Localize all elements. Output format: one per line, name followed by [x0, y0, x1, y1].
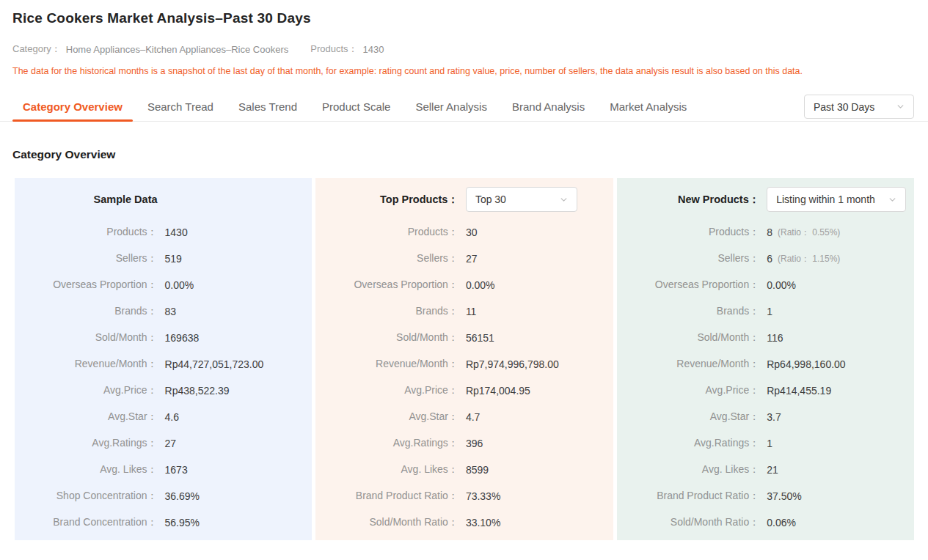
products-count-value: 1430: [363, 44, 384, 55]
breadcrumb: Category： Home Appliances–Kitchen Applia…: [12, 43, 914, 56]
stat-value: 73.33%: [466, 490, 500, 502]
stat-value: 0.00%: [165, 279, 194, 291]
stat-row: Revenue/Month：Rp44,727,051,723.00: [15, 351, 312, 377]
stat-label: Overseas Proportion：: [617, 279, 760, 292]
stat-row: Sold/Month：169638: [15, 325, 312, 351]
stat-row: Overseas Proportion：0.00%: [15, 272, 312, 298]
stat-row: Brands：83: [15, 298, 312, 325]
stat-row: Avg. Likes：1673: [15, 457, 312, 483]
chevron-down-icon: [560, 196, 568, 204]
stat-row: Products：1430: [15, 219, 312, 246]
stat-value: 169638: [165, 332, 200, 344]
stat-row: Avg. Likes：8599: [315, 457, 613, 483]
stat-rows: Products：30Sellers：27Overseas Proportion…: [315, 219, 613, 536]
stat-label: Products：: [617, 226, 760, 239]
tab-product-scale[interactable]: Product Scale: [312, 92, 401, 121]
page-title: Rice Cookers Market Analysis–Past 30 Day…: [12, 10, 914, 26]
new-products-dropdown-value: Listing within 1 month: [776, 194, 875, 205]
stat-value: 8599: [466, 464, 489, 476]
stat-value: 1: [767, 438, 772, 449]
data-snapshot-note: The data for the historical months is a …: [12, 66, 914, 76]
stat-value: Rp438,522.39: [165, 385, 230, 397]
stat-value: 83: [165, 306, 177, 317]
stat-value: Rp44,727,051,723.00: [165, 358, 264, 370]
stat-value: 21: [767, 464, 778, 476]
panel-header-label: New Products：: [617, 193, 760, 207]
stat-row: Sellers：6(Ratio： 1.15%): [617, 246, 914, 272]
stat-label: Brands：: [15, 305, 158, 318]
panel-header-label: Sample Data: [15, 194, 158, 205]
tab-market-analysis[interactable]: Market Analysis: [599, 92, 697, 121]
stat-row: Sold/Month Ratio：0.06%: [617, 509, 914, 536]
page-header: Rice Cookers Market Analysis–Past 30 Day…: [0, 0, 928, 76]
stat-row: Brand Product Ratio：73.33%: [315, 483, 613, 509]
stat-label: Overseas Proportion：: [315, 279, 458, 292]
stat-value: 0.00%: [767, 279, 796, 291]
stat-label: Avg.Ratings：: [617, 437, 760, 450]
stat-row: Avg.Price：Rp414,455.19: [617, 377, 914, 404]
tab-sales-trend[interactable]: Sales Trend: [228, 92, 307, 121]
stat-label: Sellers：: [15, 252, 158, 265]
stat-value: 36.69%: [165, 490, 200, 502]
tab-category-overview[interactable]: Category Overview: [12, 92, 133, 121]
stat-value: 0.00%: [466, 279, 495, 291]
stat-label: Avg.Star：: [315, 410, 458, 424]
page: Rice Cookers Market Analysis–Past 30 Day…: [0, 0, 928, 560]
tab-search-tread[interactable]: Search Tread: [137, 92, 224, 121]
stat-label: Brand Concentration：: [15, 516, 158, 529]
stat-row: Sold/Month Ratio：33.10%: [315, 509, 613, 536]
panel-top-products: Top Products： Top 30 Products：30Sellers：…: [315, 178, 613, 540]
stat-label: Sold/Month：: [15, 331, 158, 345]
stat-label: Sold/Month Ratio：: [315, 516, 458, 529]
stat-label: Sold/Month：: [315, 331, 458, 345]
period-dropdown[interactable]: Past 30 Days: [804, 95, 914, 119]
stat-row: Shop Concentration：36.69%: [15, 483, 312, 509]
stat-row: Revenue/Month：Rp64,998,160.00: [617, 351, 914, 377]
stat-label: Avg.Price：: [15, 384, 158, 397]
stat-value: 116: [767, 332, 783, 344]
stat-value: 33.10%: [466, 517, 500, 528]
stat-value: 30: [466, 226, 478, 238]
panel-header: Top Products： Top 30: [315, 184, 613, 215]
stat-value: 56.95%: [165, 517, 200, 528]
stat-value: 0.06%: [767, 517, 796, 528]
stat-label: Sold/Month：: [617, 331, 760, 345]
stat-label: Avg.Star：: [15, 410, 158, 424]
top-products-dropdown[interactable]: Top 30: [466, 187, 577, 212]
new-products-dropdown[interactable]: Listing within 1 month: [767, 187, 906, 212]
stat-value: 11: [466, 306, 477, 317]
stat-label: Avg. Likes：: [15, 463, 158, 476]
stat-row: Overseas Proportion：0.00%: [315, 272, 613, 298]
stat-row: Avg.Price：Rp438,522.39: [15, 377, 312, 404]
stat-row: Avg.Star：4.7: [315, 404, 613, 430]
stat-label: Avg.Ratings：: [315, 437, 458, 450]
chevron-down-icon: [896, 103, 905, 111]
section-title: Category Overview: [12, 148, 928, 161]
stat-row: Products：8(Ratio： 0.55%): [617, 219, 914, 246]
stat-ratio: (Ratio： 1.15%): [778, 253, 840, 265]
panel-header: Sample Data: [15, 184, 312, 215]
panel-sample-data: Sample Data Products：1430Sellers：519Over…: [15, 178, 312, 540]
stat-label: Brands：: [315, 305, 458, 318]
stat-row: Avg.Ratings：27: [15, 430, 312, 457]
stat-value: 27: [165, 438, 177, 449]
stat-label: Revenue/Month：: [315, 358, 458, 371]
chevron-down-icon: [888, 196, 896, 204]
stat-row: Overseas Proportion：0.00%: [617, 272, 914, 298]
overview-panels: Sample Data Products：1430Sellers：519Over…: [15, 178, 914, 540]
period-dropdown-value: Past 30 Days: [814, 101, 874, 113]
stat-value: 37.50%: [767, 490, 801, 502]
tab-brand-analysis[interactable]: Brand Analysis: [502, 92, 595, 121]
stat-value: Rp64,998,160.00: [767, 358, 845, 370]
stat-rows: Products：1430Sellers：519Overseas Proport…: [15, 219, 312, 536]
stat-label: Revenue/Month：: [617, 358, 760, 371]
category-value: Home Appliances–Kitchen Appliances–Rice …: [66, 44, 289, 55]
stat-row: Avg.Star：3.7: [617, 404, 914, 430]
stat-label: Brands：: [617, 305, 760, 318]
stat-label: Sellers：: [617, 252, 760, 265]
stat-row: Avg.Price：Rp174,004.95: [315, 377, 613, 404]
stat-value: 6: [767, 253, 772, 265]
tab-seller-analysis[interactable]: Seller Analysis: [405, 92, 497, 121]
stat-row: Revenue/Month：Rp7,974,996,798.00: [315, 351, 613, 377]
stat-rows: Products：8(Ratio： 0.55%)Sellers：6(Ratio：…: [617, 219, 914, 536]
